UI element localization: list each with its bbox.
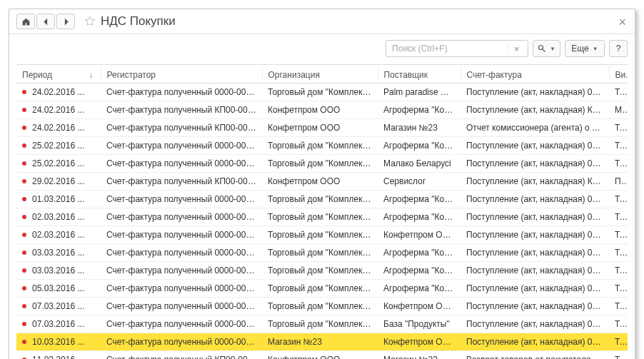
cell-organization: Торговый дом "Комплексный... [262,137,378,155]
help-button[interactable]: ? [609,40,628,57]
titlebar: НДС Покупки × [9,9,635,34]
cell-period: 24.02.2016 ... [32,123,84,133]
search-options-button[interactable]: ▼ [533,40,560,57]
cell-kind: Тов... [609,208,628,226]
cell-kind: Тов... [609,84,628,101]
cell-registrar: Счет-фактура полученный 0000-000009 ... [101,333,262,351]
col-header-supplier[interactable]: Поставщик [378,65,461,84]
col-header-kind[interactable]: Ви... [609,65,628,84]
cell-organization: Торговый дом "Комплексный... [262,315,378,333]
table-row[interactable]: 24.02.2016 ...Счет-фактура полученный КП… [16,119,628,137]
cell-registrar: Счет-фактура полученный 0000-000047 ... [101,244,262,262]
table-row[interactable]: 05.03.2016 ...Счет-фактура полученный 00… [16,280,628,298]
vat-purchases-table: Период ↓ Регистратор Организация Поставщ… [16,64,628,359]
cell-organization: Торговый дом "Комплексный... [262,244,378,262]
cell-kind: Тов... [609,119,628,137]
col-header-registrar[interactable]: Регистратор [101,65,262,84]
cell-registrar: Счет-фактура полученный КП00-000030 ... [101,173,262,191]
record-dot-icon [22,304,26,308]
cell-organization: Конфетпром ООО [262,101,378,119]
cell-kind: Тов... [609,137,628,155]
table-row[interactable]: 07.03.2016 ...Счет-фактура полученный 00… [16,315,628,333]
table-row[interactable]: 07.03.2016 ...Счет-фактура полученный 00… [16,298,628,315]
record-dot-icon [22,197,26,201]
cell-period: 02.03.2016 ... [32,230,84,240]
cell-invoice: Возврат товаров от покупателя КП... [461,351,609,360]
record-dot-icon [22,286,26,290]
cell-supplier: Конфетпром ООО [378,226,461,244]
table-row[interactable]: 11.03.2016 ...Счет-фактура полученный КП… [16,351,628,360]
cell-period: 11.03.2016 ... [32,355,84,359]
cell-registrar: Счет-фактура полученный 0000-000043 ... [101,137,262,155]
col-header-period[interactable]: Период ↓ [16,65,101,84]
cell-kind: Тов... [609,351,628,360]
cell-kind: Тов... [609,226,628,244]
cell-invoice: Поступление (акт, накладная) 0000... [461,84,609,101]
data-table-container: Период ↓ Регистратор Организация Поставщ… [9,64,635,359]
svg-line-1 [543,49,545,52]
search-box[interactable]: × [386,40,528,57]
cell-registrar: Счет-фактура полученный 0000-000049 ... [101,226,262,244]
more-button[interactable]: Еще ▼ [565,40,605,57]
record-dot-icon [22,340,26,344]
cell-registrar: Счет-фактура полученный 0000-000051 ... [101,298,262,315]
cell-invoice: Поступление (акт, накладная) 0000... [461,280,609,298]
cell-organization: Конфетпром ООО [262,119,378,137]
cell-kind: Тов... [609,333,628,351]
cell-supplier: Магазин №23 [378,351,461,360]
forward-button[interactable] [56,14,75,29]
table-row[interactable]: 25.02.2016 ...Счет-фактура полученный 00… [16,137,628,155]
cell-invoice: Поступление (акт, накладная) КП0... [461,173,609,191]
table-row[interactable]: 01.03.2016 ...Счет-фактура полученный 00… [16,191,628,208]
cell-registrar: Счет-фактура полученный 0000-000048 ... [101,280,262,298]
cell-invoice: Поступление (акт, накладная) 0000... [461,298,609,315]
cell-period: 25.02.2016 ... [32,158,84,168]
table-row[interactable]: 24.02.2016 ...Счет-фактура полученный 00… [16,84,628,101]
cell-supplier: Агроферма "Коро... [378,208,461,226]
cell-supplier: Конфетпром ООО [378,298,461,315]
cell-period: 24.02.2016 ... [32,105,84,115]
table-row[interactable]: 10.03.2016 ...Счет-фактура полученный 00… [16,333,628,351]
col-header-organization[interactable]: Организация [262,65,378,84]
cell-organization: Торговый дом "Комплексный... [262,226,378,244]
favorite-star-icon[interactable] [82,14,98,29]
cell-organization: Торговый дом "Комплексный... [262,155,378,173]
cell-invoice: Поступление (акт, накладная) 0000... [461,155,609,173]
table-row[interactable]: 03.03.2016 ...Счет-фактура полученный 00… [16,262,628,280]
cell-registrar: Счет-фактура полученный 0000-000052 ... [101,315,262,333]
cell-organization: Торговый дом "Комплексный... [262,208,378,226]
record-dot-icon [22,179,26,183]
cell-kind: Тов... [609,244,628,262]
table-row[interactable]: 25.02.2016 ...Счет-фактура полученный 00… [16,155,628,173]
cell-period: 05.03.2016 ... [32,283,84,293]
home-button[interactable] [16,14,35,29]
cell-period: 01.03.2016 ... [32,194,84,204]
close-button[interactable]: × [618,15,626,30]
table-row[interactable]: 02.03.2016 ...Счет-фактура полученный 00… [16,226,628,244]
cell-supplier: Агроферма "Коро... [378,280,461,298]
cell-supplier: Агроферма "Коро... [378,244,461,262]
table-row[interactable]: 03.03.2016 ...Счет-фактура полученный 00… [16,244,628,262]
record-dot-icon [22,90,26,94]
clear-search-icon[interactable]: × [508,44,525,54]
cell-invoice: Поступление (акт, накладная) КП0... [461,101,609,119]
cell-registrar: Счет-фактура полученный КП00-000031 ... [101,351,262,360]
cell-organization: Торговый дом "Комплексный... [262,298,378,315]
table-row[interactable]: 02.03.2016 ...Счет-фактура полученный 00… [16,208,628,226]
col-header-invoice[interactable]: Счет-фактура [461,65,609,84]
cell-period: 25.02.2016 ... [32,141,84,151]
search-input[interactable] [386,44,508,54]
cell-kind: Тов... [609,298,628,315]
cell-organization: Конфетпром ООО [262,173,378,191]
table-row[interactable]: 29.02.2016 ...Счет-фактура полученный КП… [16,173,628,191]
cell-supplier: Сервислог [378,173,461,191]
toolbar: × ▼ Еще ▼ ? [9,34,635,64]
table-row[interactable]: 24.02.2016 ...Счет-фактура полученный КП… [16,101,628,119]
table-header-row: Период ↓ Регистратор Организация Поставщ… [16,65,628,84]
cell-organization: Конфетпром ООО [262,351,378,360]
back-button[interactable] [36,14,55,29]
cell-supplier: Агроферма "Коро... [378,191,461,208]
cell-period: 24.02.2016 ... [32,87,84,97]
record-dot-icon [22,233,26,237]
cell-period: 03.03.2016 ... [32,248,84,258]
